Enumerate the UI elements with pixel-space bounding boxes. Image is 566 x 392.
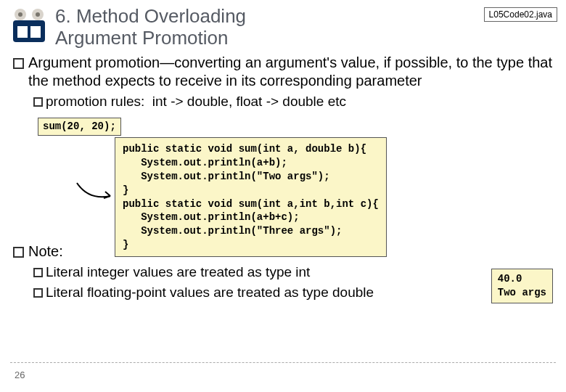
bullet-square-icon [13,247,24,258]
title-line-2: Argument Promotion [55,28,557,49]
main-bullet: Argument promotion—converting an argumen… [13,54,553,90]
footer-divider [10,362,556,363]
code-call-snippet: sum(20, 20); [38,118,121,136]
bullet-square-icon [33,288,43,298]
sub-bullet-promotion-rules: promotion rules: int -> double, float ->… [33,93,553,110]
bullet-square-icon [33,268,43,277]
code-block: public static void sum(int a, double b){… [115,137,387,257]
note-sub-1: Literal integer values are treated as ty… [33,264,553,281]
slide-title: 6. Method Overloading Argument Promotion [55,6,557,49]
bullet-square-icon [13,58,24,69]
note-sub-2: Literal floating-point values are treate… [33,284,553,301]
note-label: Note: [28,242,63,261]
note-sub-1-text: Literal integer values are treated as ty… [46,264,310,281]
svg-rect-2 [30,26,41,38]
svg-point-6 [36,12,40,17]
bullet-square-icon [33,97,43,107]
title-line-1: 6. Method Overloading [55,6,557,28]
source-file-badge: L05Code02.java [484,7,557,22]
sub-bullet-rest: int -> double, float -> double etc [144,93,346,110]
page-number: 26 [15,369,25,380]
main-bullet-text: Argument promotion—converting an argumen… [28,54,553,90]
note-sub-2-text: Literal floating-point values are treate… [46,284,374,301]
svg-rect-1 [17,26,28,38]
output-box: 40.0 Two args [491,269,553,303]
university-crest-logo [9,6,49,46]
note-bullet: Note: [13,242,63,261]
svg-point-5 [18,12,22,17]
sub-bullet-label: promotion rules: [46,93,144,110]
